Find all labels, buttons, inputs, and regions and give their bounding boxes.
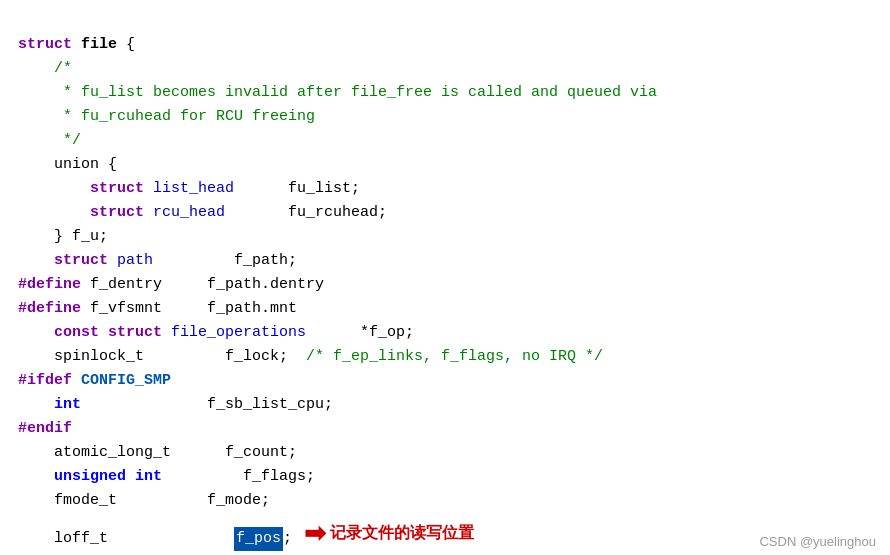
fpos-annotation: ➡记录文件的读写位置 <box>300 513 474 553</box>
code-line: * fu_rcuhead for RCU freeing <box>10 105 890 129</box>
code-line: struct list_head fu_list; <box>10 177 890 201</box>
code-line: union { <box>10 153 890 177</box>
code-line: /* <box>10 57 890 81</box>
code-line: loff_t f_pos;➡记录文件的读写位置 <box>10 513 890 553</box>
code-line: #define f_vfsmnt f_path.mnt <box>10 297 890 321</box>
code-line: fmode_t f_mode; <box>10 489 890 513</box>
fpos-type: loff_t <box>18 527 108 550</box>
fpos-highlight: f_pos <box>234 527 283 550</box>
code-line: */ <box>10 129 890 153</box>
code-line: const struct file_operations *f_op; <box>10 321 890 345</box>
code-line: * fu_list becomes invalid after file_fre… <box>10 81 890 105</box>
code-line: unsigned int f_flags; <box>10 465 890 489</box>
watermark: CSDN @yuelinghou <box>759 534 876 549</box>
code-block: struct file { /* * fu_list becomes inval… <box>0 0 890 555</box>
code-line: } f_u; <box>10 225 890 249</box>
code-line: #define f_dentry f_path.dentry <box>10 273 890 297</box>
code-line: int f_sb_list_cpu; <box>10 393 890 417</box>
code-line: struct rcu_head fu_rcuhead; <box>10 201 890 225</box>
code-line: atomic_long_t f_count; <box>10 441 890 465</box>
code-line: #endif <box>10 417 890 441</box>
code-line: spinlock_t f_lock; /* f_ep_links, f_flag… <box>10 345 890 369</box>
code-line: struct path f_path; <box>10 249 890 273</box>
code-line: struct file { <box>10 33 890 57</box>
code-line: #ifdef CONFIG_SMP <box>10 369 890 393</box>
